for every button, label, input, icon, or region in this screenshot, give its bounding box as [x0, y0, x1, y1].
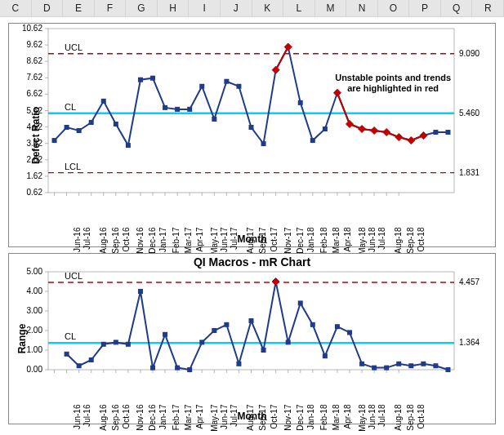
spreadsheet-column-headers: CDEFGHIJKLMNOPQR: [0, 0, 504, 17]
svg-rect-161: [335, 324, 340, 329]
svg-rect-141: [77, 363, 82, 368]
column-header: J: [221, 0, 252, 16]
column-header: R: [472, 0, 504, 16]
svg-rect-90: [433, 130, 438, 135]
x-tick-label: Sep-16: [110, 228, 119, 254]
x-tick-label: Jun-16: [73, 405, 82, 430]
svg-rect-69: [52, 138, 57, 143]
x-tick-label: Oct-17: [269, 405, 278, 429]
svg-rect-87: [298, 100, 303, 105]
svg-text:5.460: 5.460: [459, 109, 479, 118]
svg-rect-142: [89, 357, 94, 362]
x-tick-label: Mar-17: [184, 405, 193, 431]
column-header: Q: [441, 0, 473, 16]
column-header: L: [283, 0, 315, 16]
svg-rect-152: [212, 328, 216, 333]
chart1-annotation: Unstable points and trendsare highlighte…: [335, 73, 451, 93]
svg-text:4.457: 4.457: [459, 277, 479, 286]
svg-text:1.831: 1.831: [459, 168, 479, 177]
svg-text:4.00: 4.00: [27, 286, 43, 295]
svg-rect-140: [65, 352, 69, 357]
x-tick-label: Feb-18: [319, 228, 328, 254]
svg-rect-91: [445, 130, 450, 135]
svg-rect-153: [224, 322, 229, 327]
x-tick-label: Feb-17: [172, 405, 181, 431]
x-tick-label: Aug-16: [98, 228, 107, 254]
svg-rect-83: [224, 79, 229, 84]
svg-rect-157: [286, 340, 291, 344]
x-tick-label: Sep-18: [406, 228, 415, 254]
column-header: K: [252, 0, 284, 16]
x-tick-label: Feb-18: [319, 405, 328, 431]
defect-ratio-chart: Defect Ratio 0.621.622.623.624.625.626.6…: [8, 23, 496, 247]
svg-text:UCL: UCL: [65, 271, 83, 281]
x-tick-label: Dec-16: [148, 405, 157, 431]
svg-text:4.62: 4.62: [27, 122, 43, 131]
svg-rect-146: [138, 289, 143, 294]
x-tick-label: Nov-17: [283, 405, 292, 431]
svg-text:0.00: 0.00: [27, 365, 43, 374]
svg-text:1.364: 1.364: [459, 338, 479, 347]
x-tick-label: Nov-16: [136, 405, 145, 431]
x-tick-label: Jan-17: [158, 405, 167, 430]
svg-rect-82: [212, 117, 216, 122]
x-tick-label: Oct-18: [417, 228, 426, 252]
svg-rect-86: [261, 141, 266, 146]
x-tick-label: Aug-18: [394, 228, 403, 254]
x-tick-label: Oct-18: [417, 405, 426, 429]
x-tick-label: Feb-17: [172, 228, 181, 254]
x-tick-label: Aug-18: [394, 405, 403, 431]
x-tick-label: Dec-16: [148, 228, 157, 254]
svg-rect-88: [310, 138, 315, 143]
x-tick-label: Oct-17: [269, 228, 278, 252]
x-tick-label: Dec-17: [295, 228, 304, 254]
column-header: I: [189, 0, 221, 16]
svg-text:5.00: 5.00: [27, 267, 43, 276]
chart2-title: QI Macros - mR Chart: [9, 254, 495, 269]
svg-text:1.00: 1.00: [27, 345, 43, 354]
svg-rect-159: [310, 322, 315, 327]
svg-rect-167: [408, 363, 413, 368]
svg-rect-168: [421, 362, 426, 366]
x-tick-label: Dec-17: [295, 405, 304, 431]
x-tick-label: Jul-16: [82, 405, 91, 427]
x-tick-label: Apr-17: [195, 228, 204, 252]
column-header: O: [378, 0, 410, 16]
column-header: N: [346, 0, 378, 16]
svg-rect-71: [77, 128, 82, 133]
column-header: C: [0, 0, 32, 16]
x-tick-label: Mar-18: [332, 405, 341, 431]
svg-rect-169: [433, 363, 438, 368]
svg-rect-158: [298, 300, 303, 305]
svg-rect-84: [236, 84, 241, 89]
svg-rect-81: [199, 84, 204, 89]
x-tick-label: Oct-16: [121, 405, 130, 429]
svg-rect-166: [396, 362, 401, 366]
svg-rect-74: [114, 122, 118, 127]
svg-text:10.62: 10.62: [22, 24, 42, 33]
x-tick-label: Jun-17: [220, 228, 229, 253]
x-tick-label: Sep-16: [110, 405, 119, 431]
x-tick-label: Jun-16: [73, 228, 82, 253]
x-tick-label: Jun-18: [368, 405, 377, 430]
svg-rect-143: [101, 342, 106, 347]
x-tick-label: Jul-16: [82, 228, 91, 250]
mr-chart: QI Macros - mR Chart Range 0.001.002.003…: [8, 253, 496, 424]
column-header: P: [409, 0, 441, 16]
svg-rect-76: [138, 78, 143, 82]
x-tick-label: Mar-18: [332, 228, 341, 254]
chart2-xlabel: Month: [238, 411, 267, 422]
svg-text:0.62: 0.62: [27, 188, 43, 197]
svg-text:CL: CL: [65, 331, 76, 341]
svg-text:5.62: 5.62: [27, 106, 43, 115]
x-tick-label: Jan-17: [158, 228, 167, 253]
x-tick-label: May-17: [210, 228, 219, 255]
svg-line-62: [337, 93, 350, 124]
x-tick-label: Apr-18: [342, 228, 351, 252]
column-header: E: [63, 0, 95, 16]
svg-rect-163: [359, 362, 364, 366]
x-tick-label: Jul-18: [377, 405, 386, 427]
svg-text:9.090: 9.090: [459, 49, 479, 58]
svg-text:1.62: 1.62: [27, 171, 43, 180]
svg-rect-148: [163, 332, 167, 337]
